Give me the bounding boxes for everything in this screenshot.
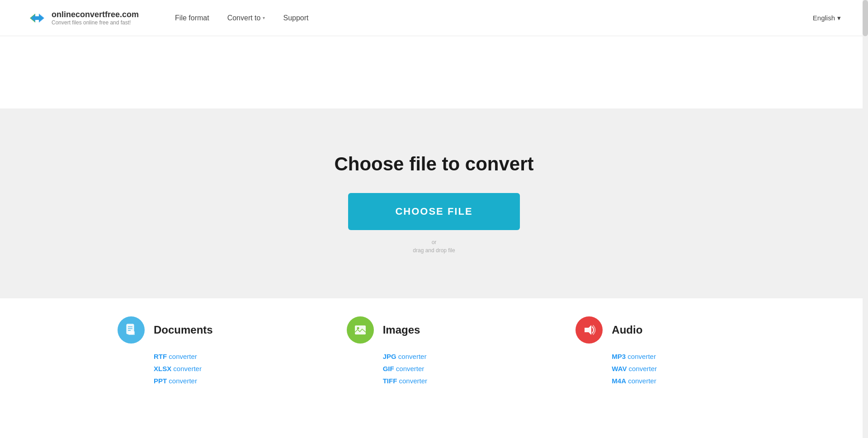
xlsx-converter-link[interactable]: XLSX converter [154, 365, 202, 372]
rtf-converter-link[interactable]: RTF converter [154, 353, 202, 360]
images-links: JPG converter GIF converter TIFF convert… [347, 353, 427, 385]
hero-section: Choose file to convert CHOOSE FILE or dr… [0, 108, 868, 298]
hero-title: Choose file to convert [334, 153, 533, 175]
audio-title: Audio [612, 324, 642, 336]
audio-links: MP3 converter WAV converter M4A converte… [576, 353, 657, 385]
svg-marker-2 [31, 14, 44, 23]
images-header: Images [347, 316, 420, 344]
audio-category: Audio MP3 converter WAV converter M4A co… [548, 316, 778, 385]
logo-subtitle: Convert files online free and fast! [52, 19, 139, 26]
logo-text-group: onlineconvertfree.com Convert files onli… [52, 10, 139, 26]
ppt-converter-link[interactable]: PPT converter [154, 377, 202, 385]
choose-file-button[interactable]: CHOOSE FILE [348, 193, 520, 230]
nav-convert-to[interactable]: Convert to ▾ [227, 14, 265, 22]
documents-header: Documents [118, 316, 213, 344]
chevron-down-icon: ▾ [837, 14, 841, 22]
categories-section: Documents RTF converter XLSX converter P… [0, 298, 868, 412]
scrollbar-thumb[interactable] [863, 0, 868, 36]
language-label: English [813, 14, 835, 22]
images-icon [347, 316, 374, 344]
svg-rect-9 [355, 325, 366, 334]
scrollbar[interactable] [863, 0, 868, 438]
mp3-converter-link[interactable]: MP3 converter [612, 353, 657, 360]
m4a-converter-link[interactable]: M4A converter [612, 377, 657, 385]
svg-marker-11 [585, 325, 591, 335]
logo-title: onlineconvertfree.com [52, 10, 139, 19]
svg-rect-8 [128, 331, 135, 335]
tiff-converter-link[interactable]: TIFF converter [383, 377, 427, 385]
header: onlineconvertfree.com Convert files onli… [0, 0, 868, 36]
documents-links: RTF converter XLSX converter PPT convert… [118, 353, 202, 385]
main-nav: File format Convert to ▾ Support [175, 14, 308, 22]
audio-header: Audio [576, 316, 642, 344]
nav-file-format[interactable]: File format [175, 14, 209, 22]
drop-area: or drag and drop file [413, 239, 455, 254]
wav-converter-link[interactable]: WAV converter [612, 365, 657, 372]
drop-or-text: or [432, 239, 437, 245]
audio-icon [576, 316, 603, 344]
gif-converter-link[interactable]: GIF converter [383, 365, 427, 372]
chevron-down-icon: ▾ [263, 15, 265, 20]
documents-category: Documents RTF converter XLSX converter P… [90, 316, 320, 385]
svg-point-10 [357, 327, 359, 330]
header-right: English ▾ [813, 14, 841, 22]
logo[interactable]: onlineconvertfree.com Convert files onli… [27, 8, 139, 28]
nav-support[interactable]: Support [283, 14, 308, 22]
images-title: Images [383, 324, 420, 336]
images-category: Images JPG converter GIF converter TIFF … [320, 316, 549, 385]
drag-drop-text: drag and drop file [413, 247, 455, 254]
documents-title: Documents [154, 324, 213, 336]
language-selector[interactable]: English ▾ [813, 14, 841, 22]
jpg-converter-link[interactable]: JPG converter [383, 353, 427, 360]
documents-icon [118, 316, 145, 344]
logo-icon [27, 8, 47, 28]
top-white-section [0, 36, 868, 108]
